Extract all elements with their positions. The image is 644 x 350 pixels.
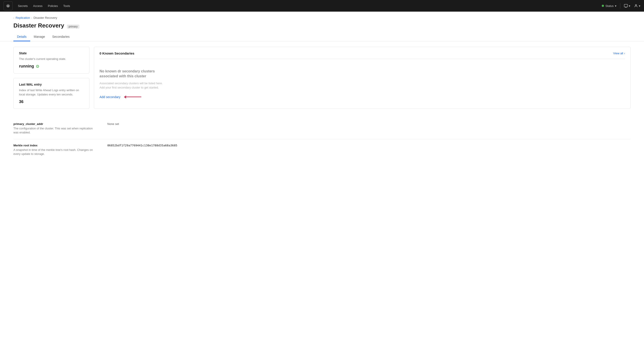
user-button[interactable]: ▾	[634, 4, 640, 8]
state-card-title: State	[19, 51, 84, 55]
secondaries-card-title: 0 Known Secondaries	[100, 51, 134, 55]
detail-label-0: primary_cluster_addr	[14, 122, 98, 126]
tab-secondaries[interactable]: Secondaries	[48, 33, 73, 41]
tabs: Details Manage Secondaries	[0, 33, 644, 41]
tab-details[interactable]: Details	[14, 33, 30, 41]
terminal-chevron: ▾	[629, 4, 630, 7]
breadcrumb-replication-link[interactable]: Replication	[16, 16, 30, 19]
state-card: State The cluster's current operating st…	[14, 47, 90, 73]
breadcrumb-current: Disaster Recovery	[34, 16, 57, 19]
nav-divider	[620, 3, 620, 8]
svg-point-6	[635, 4, 636, 6]
cards-row: State The cluster's current operating st…	[14, 47, 630, 109]
svg-rect-3	[624, 4, 628, 7]
wal-card: Last WAL entry Index of last Write Ahead…	[14, 78, 90, 109]
nav-policies[interactable]: Policies	[48, 3, 58, 8]
breadcrumb-chevron-mid: ›	[31, 16, 32, 19]
status-indicator	[602, 5, 604, 7]
secondaries-card-header: 0 Known Secondaries View all ›	[100, 51, 625, 55]
empty-state-title: No known dr secondary clustersassociated…	[100, 69, 155, 79]
add-secondary-label: Add secondary	[100, 95, 120, 99]
secondaries-card: 0 Known Secondaries View all › No known …	[94, 47, 630, 109]
running-check-icon: ⊙	[36, 64, 39, 69]
breadcrumb: ‹ Replication › Disaster Recovery	[0, 12, 644, 22]
terminal-button[interactable]: ▾	[624, 4, 630, 8]
status-button[interactable]: Status ▾	[602, 4, 616, 7]
user-chevron: ▾	[639, 4, 640, 7]
detail-row-merkle-root: Merkle root index A snapshot in time of …	[14, 139, 630, 160]
content-area: State The cluster's current operating st…	[0, 41, 644, 166]
empty-state-desc: Associated secondary clusters will be li…	[100, 81, 163, 90]
nav-access[interactable]: Access	[33, 3, 42, 8]
empty-state: No known dr secondary clustersassociated…	[100, 64, 625, 104]
nav-links: Secrets Access Policies Tools	[18, 3, 596, 8]
view-all-link[interactable]: View all ›	[613, 52, 625, 55]
detail-label-group-0: primary_cluster_addr The configuration o…	[14, 122, 98, 135]
page-title: Disaster Recovery	[14, 22, 64, 29]
nav-tools[interactable]: Tools	[63, 3, 70, 8]
detail-label-desc-0: The configuration of the cluster. This w…	[14, 126, 98, 135]
detail-row-primary-cluster-addr: primary_cluster_addr The configuration o…	[14, 118, 630, 139]
topnav-right: Status ▾ ▾ ▾	[602, 3, 640, 8]
detail-value-1: 06852bdf1f29a7769441c138e1788d35a68a3685	[107, 144, 177, 147]
detail-label-desc-1: A snapshot in time of the merkle tree's …	[14, 148, 98, 156]
top-navigation: Secrets Access Policies Tools Status ▾ ▾…	[0, 0, 644, 12]
detail-value-0: None set	[107, 122, 119, 126]
page-header: Disaster Recovery primary	[0, 22, 644, 33]
detail-label-group-1: Merkle root index A snapshot in time of …	[14, 144, 98, 156]
breadcrumb-chevron-left: ‹	[14, 16, 14, 19]
add-secondary-link[interactable]: Add secondary	[100, 95, 141, 99]
secondaries-divider	[100, 59, 625, 59]
tab-manage[interactable]: Manage	[30, 33, 49, 41]
view-all-chevron: ›	[624, 52, 625, 55]
wal-card-value: 36	[19, 99, 84, 104]
arrow-annotation	[124, 95, 141, 99]
detail-label-1: Merkle root index	[14, 144, 98, 147]
small-cards-column: State The cluster's current operating st…	[14, 47, 90, 109]
details-section: primary_cluster_addr The configuration o…	[14, 116, 630, 161]
primary-badge: primary	[67, 24, 80, 29]
wal-card-desc: Index of last Write Ahead Logs entry wri…	[19, 88, 84, 97]
status-label: Status	[605, 4, 614, 7]
wal-card-title: Last WAL entry	[19, 83, 84, 86]
state-card-value: running ⊙	[19, 64, 84, 69]
status-chevron: ▾	[615, 4, 616, 7]
nav-secrets[interactable]: Secrets	[18, 3, 28, 8]
vault-logo[interactable]	[4, 1, 12, 10]
state-card-desc: The cluster's current operating state.	[19, 57, 84, 61]
